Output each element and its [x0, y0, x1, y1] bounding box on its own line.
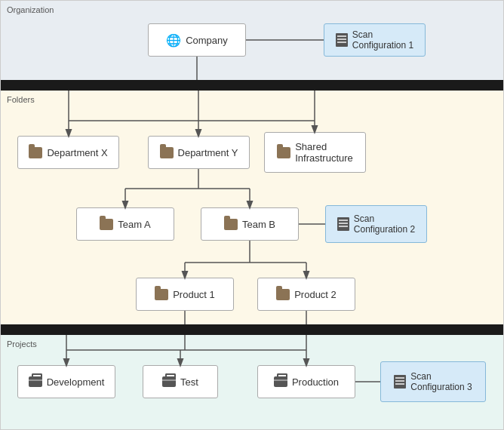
folder-prod1-icon	[155, 289, 168, 300]
org-label: Organization	[7, 5, 54, 14]
product-1-label: Product 1	[173, 289, 215, 300]
team-b-node[interactable]: Team B	[201, 207, 299, 241]
shared-folder-icon	[277, 147, 290, 158]
sep2	[1, 324, 503, 335]
dept-x-label: Department X	[47, 147, 107, 158]
company-label: Company	[186, 35, 228, 46]
production-label: Production	[292, 376, 339, 388]
diagram-wrapper: Organization Company ScanConfiguration 1	[0, 0, 504, 430]
globe-icon	[166, 33, 181, 48]
team-b-label: Team B	[242, 219, 275, 230]
folder-team-a-icon	[100, 219, 113, 230]
org-svg	[1, 1, 503, 80]
doc2-icon	[337, 217, 349, 231]
scan-config-3-node[interactable]: ScanConfiguration 3	[380, 361, 486, 402]
dept-y-node[interactable]: Department Y	[148, 136, 250, 169]
folder-y-icon	[160, 147, 174, 158]
folders-section: Folders Department X Department Y Shared…	[1, 91, 503, 324]
doc-icon	[336, 33, 348, 47]
folder-x-icon	[29, 147, 42, 158]
development-label: Development	[47, 376, 105, 388]
dept-y-label: Department Y	[178, 147, 238, 158]
production-node[interactable]: Production	[257, 365, 355, 398]
scan-config-2-label: ScanConfiguration 2	[354, 213, 415, 235]
shared-infra-node[interactable]: SharedInfrastructure	[264, 132, 366, 173]
brief-prod-icon	[274, 376, 287, 387]
test-label: Test	[180, 376, 198, 388]
development-node[interactable]: Development	[17, 365, 115, 398]
doc3-icon	[394, 375, 406, 389]
scan-config-3-label: ScanConfiguration 3	[410, 371, 472, 392]
team-a-label: Team A	[118, 219, 150, 230]
scan-config-1-node[interactable]: ScanConfiguration 1	[324, 23, 426, 57]
sep1	[1, 80, 503, 91]
projects-section: Projects Development Test Production Sca…	[1, 335, 503, 429]
brief-test-icon	[162, 376, 176, 387]
scan-config-1-label: ScanConfiguration 1	[352, 29, 413, 51]
product-1-node[interactable]: Product 1	[136, 278, 234, 311]
product-2-node[interactable]: Product 2	[257, 278, 355, 311]
team-a-node[interactable]: Team A	[76, 207, 174, 241]
folders-label: Folders	[7, 95, 35, 104]
projects-label: Projects	[7, 339, 37, 349]
scan-config-2-node[interactable]: ScanConfiguration 2	[325, 205, 427, 243]
company-node[interactable]: Company	[148, 23, 246, 57]
folder-team-b-icon	[224, 219, 238, 230]
org-section: Organization Company ScanConfiguration 1	[1, 1, 503, 80]
shared-infra-label: SharedInfrastructure	[295, 141, 353, 164]
folder-prod2-icon	[276, 289, 290, 300]
test-node[interactable]: Test	[143, 365, 218, 398]
dept-x-node[interactable]: Department X	[17, 136, 119, 169]
brief-dev-icon	[29, 376, 42, 387]
product-2-label: Product 2	[294, 289, 337, 300]
